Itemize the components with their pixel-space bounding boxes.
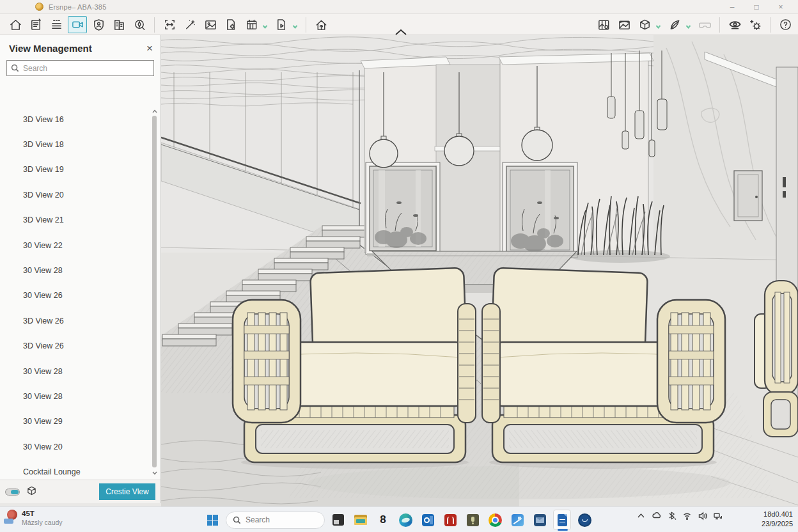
taskbar-clock[interactable]: 18d0.401 23/9/2025 <box>762 510 793 529</box>
bluetooth-icon[interactable] <box>667 511 677 520</box>
weather-condition: Mázsly caudy <box>22 519 63 526</box>
taskbar-apps: 8 <box>203 509 593 531</box>
chrome-browser-icon[interactable] <box>486 510 504 529</box>
map-export-icon[interactable] <box>595 16 613 34</box>
export-document-icon[interactable] <box>222 16 240 34</box>
view-list-item[interactable]: 3D View 16 <box>0 107 152 132</box>
start-button[interactable] <box>203 510 221 529</box>
toolbar-separator <box>306 17 306 33</box>
view-list-item[interactable]: 3D View 20 <box>0 182 152 207</box>
toolbar-separator <box>719 17 720 33</box>
taskbar-search-input[interactable] <box>246 515 318 524</box>
view-list-item[interactable]: 30 View 22 <box>0 233 152 258</box>
panel-close-icon[interactable]: × <box>146 43 153 54</box>
view-list: 3D View 16 3D View 18 3D View 19 3D View… <box>0 107 152 478</box>
advanced-settings-gear-icon[interactable] <box>746 16 764 34</box>
network-icon[interactable] <box>713 511 723 520</box>
clock-date: 23/9/2025 <box>762 519 793 529</box>
view-sync-toggle[interactable] <box>5 489 20 496</box>
view-list-item[interactable]: 30 View 26 <box>0 283 152 308</box>
weather-widget[interactable]: 45T Mázsly caudy <box>4 509 63 526</box>
chevron-down-icon[interactable] <box>292 21 299 28</box>
help-icon[interactable] <box>776 16 794 34</box>
building-icon[interactable] <box>110 16 128 34</box>
onedrive-cloud-icon[interactable] <box>652 511 661 520</box>
active-document-app-icon[interactable] <box>553 510 571 529</box>
asset-shield-icon[interactable] <box>90 16 107 34</box>
view-list-item[interactable]: 30 View 20 <box>0 434 152 459</box>
view-list-item[interactable]: 30 View 28 <box>0 258 152 283</box>
window-title: Ersnpe– ABA-385 <box>49 3 106 11</box>
outlook-icon[interactable] <box>419 510 437 529</box>
circle-app-icon[interactable] <box>575 510 593 529</box>
screenshot-image-icon[interactable] <box>201 16 219 34</box>
view-list-item[interactable]: 30 View 29 <box>0 409 152 434</box>
project-document-icon[interactable] <box>27 16 45 34</box>
edge-browser-icon[interactable] <box>396 510 414 529</box>
view-management-panel: View Menagement × 3D View 16 3D View 18 … <box>0 35 161 503</box>
acrobat-icon[interactable] <box>441 510 459 529</box>
view-list-item[interactable]: 3D View 26 <box>0 308 152 333</box>
view-search-box[interactable] <box>6 60 154 76</box>
app-8-icon[interactable]: 8 <box>374 510 392 529</box>
view-list-icon[interactable] <box>47 16 65 34</box>
search-icon <box>11 64 19 72</box>
panel-title: View Menagement <box>9 43 92 54</box>
panel-footer: Crestie Vlew <box>0 480 160 503</box>
task-view-icon[interactable] <box>329 510 347 529</box>
view-list-item[interactable]: 30 View 28 <box>0 384 152 409</box>
render-camera-icon-active[interactable] <box>68 16 87 33</box>
magic-wand-icon[interactable] <box>181 16 199 34</box>
scroll-up-icon[interactable] <box>152 108 157 114</box>
scene-render <box>161 35 798 506</box>
wifi-icon[interactable] <box>682 511 692 520</box>
quality-feather-icon[interactable] <box>666 16 684 34</box>
create-view-button[interactable]: Crestie Vlew <box>99 483 155 500</box>
view-list-item[interactable]: 3D View 18 <box>0 132 152 157</box>
view-list-item[interactable]: 3D View 19 <box>0 157 152 182</box>
search-icon <box>233 516 241 524</box>
toolbar-separator <box>770 17 771 33</box>
panorama-icon[interactable] <box>615 16 633 34</box>
mail-app-icon[interactable] <box>531 510 549 529</box>
chevron-up-icon[interactable] <box>636 511 646 520</box>
notes-app-icon[interactable] <box>464 510 481 529</box>
chevron-down-icon[interactable] <box>262 21 269 28</box>
viewport-3d-scene[interactable] <box>161 35 798 506</box>
compass-icon[interactable] <box>130 16 148 34</box>
chevron-down-icon[interactable] <box>655 21 662 28</box>
taskbar-search[interactable] <box>226 512 325 529</box>
view-list-scrollbar[interactable] <box>152 108 157 476</box>
close-button[interactable]: × <box>769 0 793 14</box>
chevron-down-icon[interactable] <box>685 21 692 28</box>
file-explorer-icon[interactable] <box>352 510 370 529</box>
vr-headset-icon[interactable] <box>696 16 714 34</box>
volume-icon[interactable] <box>698 511 707 520</box>
maximize-button[interactable]: □ <box>744 0 769 14</box>
view-list-item[interactable]: 3D View 21 <box>0 208 152 233</box>
view-list-item[interactable]: 30 View 28 <box>0 359 152 384</box>
video-export-icon[interactable] <box>272 16 290 34</box>
view-search-input[interactable] <box>23 64 150 73</box>
visibility-eye-icon[interactable] <box>726 16 744 34</box>
view-list-item[interactable]: Cocktail Lounge <box>0 459 152 478</box>
minimize-button[interactable]: – <box>720 0 744 14</box>
batch-schedule-icon[interactable] <box>242 16 260 34</box>
toolbar-collapse-chevron-icon[interactable] <box>393 27 409 35</box>
scene-house-icon[interactable] <box>312 16 330 34</box>
windows-taskbar: 45T Mázsly caudy 8 18d0.401 23/9/2025 <box>0 506 798 532</box>
scrollbar-thumb[interactable] <box>152 116 157 467</box>
app-logo-icon <box>35 3 43 11</box>
cube-icon[interactable] <box>26 485 37 499</box>
model-export-cube-icon[interactable] <box>636 16 653 34</box>
clock-time: 18d0.401 <box>762 510 793 519</box>
crop-frame-icon[interactable] <box>160 16 178 34</box>
scroll-down-icon[interactable] <box>152 470 157 476</box>
system-tray <box>636 511 723 520</box>
weather-icon <box>4 509 18 526</box>
weather-temperature: 45T <box>22 509 63 519</box>
view-list-item[interactable]: 3D View 26 <box>0 334 152 359</box>
photos-app-icon[interactable] <box>508 510 526 529</box>
title-bar: Ersnpe– ABA-385 – □ × <box>0 0 798 14</box>
home-icon[interactable] <box>6 16 24 34</box>
